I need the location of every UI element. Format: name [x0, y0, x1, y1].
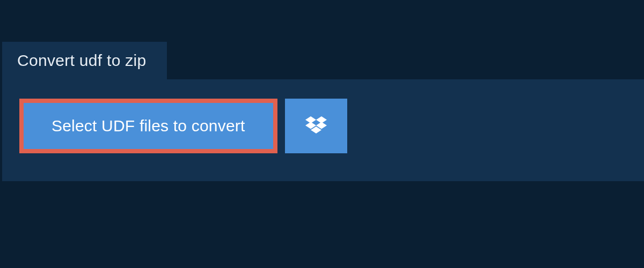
dropbox-icon	[305, 116, 327, 136]
dropbox-button[interactable]	[285, 99, 347, 153]
tab-title: Convert udf to zip	[17, 51, 147, 69]
select-files-label: Select UDF files to convert	[52, 117, 245, 135]
tab-bar: Convert udf to zip	[2, 42, 644, 79]
tab-convert[interactable]: Convert udf to zip	[2, 42, 167, 79]
conversion-panel: Select UDF files to convert	[2, 79, 644, 181]
select-files-button[interactable]: Select UDF files to convert	[19, 99, 277, 153]
button-row: Select UDF files to convert	[19, 99, 627, 153]
